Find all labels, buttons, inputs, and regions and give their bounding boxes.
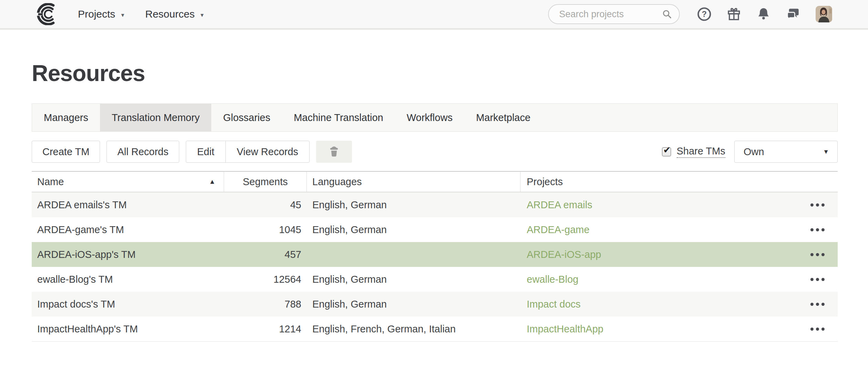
column-header-segments[interactable]: Segments <box>224 172 307 192</box>
column-header-name[interactable]: Name ▲ <box>32 172 224 192</box>
tabs: ManagersTranslation MemoryGlossariesMach… <box>32 103 838 132</box>
delete-button[interactable] <box>316 141 352 163</box>
project-link[interactable]: ewalle-Blog <box>527 274 578 285</box>
ellipsis-dot <box>816 303 819 306</box>
tm-projects-cell: ARDEA emails <box>521 199 838 211</box>
scope-select-value: Own <box>744 146 764 158</box>
create-tm-button[interactable]: Create TM <box>32 141 100 163</box>
project-link[interactable]: ARDEA emails <box>527 199 592 211</box>
table-row[interactable]: ewalle-Blog's TM 12564 English, German e… <box>32 267 838 292</box>
tab[interactable]: Marketplace <box>464 104 542 131</box>
nav-resources[interactable]: Resources ▼ <box>145 8 204 20</box>
column-label: Languages <box>312 176 362 188</box>
share-tms-label[interactable]: Share TMs <box>677 146 725 158</box>
ellipsis-dot <box>821 303 825 306</box>
nav-projects[interactable]: Projects ▼ <box>78 8 125 20</box>
table-row[interactable]: ImpactHealthApp's TM 1214 English, Frenc… <box>32 317 838 341</box>
row-menu-button[interactable] <box>809 274 826 284</box>
tm-name: ImpactHealthApp's TM <box>32 323 224 335</box>
toolbar: Create TM All Records Edit View Records … <box>32 141 838 163</box>
table-body: ARDEA emails's TM 45 English, German ARD… <box>32 192 838 342</box>
page-title: Resources <box>32 60 838 86</box>
tm-projects-cell: ARDEA-game <box>521 224 838 235</box>
tm-languages: English, German <box>307 274 521 285</box>
tab[interactable]: Glossaries <box>211 104 282 131</box>
check-icon: ✔ <box>663 146 671 154</box>
tm-segments: 1045 <box>224 224 307 235</box>
row-menu-button[interactable] <box>809 250 826 260</box>
column-label: Segments <box>243 176 288 188</box>
tm-projects-cell: ARDEA-iOS-app <box>521 249 838 260</box>
notifications-bell-icon[interactable] <box>756 7 771 21</box>
project-link[interactable]: ImpactHealthApp <box>527 323 603 335</box>
gift-icon[interactable] <box>727 7 741 21</box>
column-header-projects[interactable]: Projects <box>521 172 838 192</box>
share-tms-checkbox[interactable]: ✔ <box>662 147 671 157</box>
nav-projects-label: Projects <box>78 8 115 20</box>
nav-resources-label: Resources <box>145 8 194 20</box>
ellipsis-dot <box>821 203 825 207</box>
tm-name: Impact docs's TM <box>32 299 224 310</box>
help-icon[interactable]: ? <box>697 7 711 21</box>
row-menu-button[interactable] <box>809 299 826 309</box>
ellipsis-dot <box>816 278 819 281</box>
edit-button[interactable]: Edit <box>186 141 225 162</box>
column-label: Projects <box>527 176 563 188</box>
tm-name: ewalle-Blog's TM <box>32 274 224 285</box>
trash-icon <box>328 146 340 158</box>
table-row[interactable]: Impact docs's TM 788 English, German Imp… <box>32 292 838 317</box>
ellipsis-dot <box>816 203 819 207</box>
tm-segments: 457 <box>224 249 307 260</box>
chat-icon[interactable] <box>786 7 800 21</box>
column-header-languages[interactable]: Languages <box>307 172 521 192</box>
records-button-group: Edit View Records <box>186 141 310 163</box>
ellipsis-dot <box>821 328 825 331</box>
ellipsis-dot <box>816 228 819 231</box>
project-link[interactable]: Impact docs <box>527 299 581 310</box>
ellipsis-dot <box>810 303 814 306</box>
view-records-button[interactable]: View Records <box>225 141 309 162</box>
topbar: Projects ▼ Resources ▼ ? <box>0 0 868 30</box>
ellipsis-dot <box>810 253 814 256</box>
table-row[interactable]: ARDEA-game's TM 1045 English, German ARD… <box>32 217 838 242</box>
row-menu-button[interactable] <box>809 200 826 210</box>
row-menu-button[interactable] <box>809 225 826 235</box>
chevron-down-icon: ▼ <box>120 11 125 18</box>
tm-name: ARDEA emails's TM <box>32 199 224 211</box>
tm-projects-cell: ewalle-Blog <box>521 274 838 285</box>
ellipsis-dot <box>810 278 814 281</box>
ellipsis-dot <box>821 228 825 231</box>
table-row[interactable]: ARDEA-iOS-app's TM 457 ARDEA-iOS-app <box>32 242 838 267</box>
tab[interactable]: Translation Memory <box>100 104 211 131</box>
app-logo-icon[interactable] <box>36 3 58 25</box>
tm-segments: 788 <box>224 299 307 310</box>
tm-segments: 1214 <box>224 323 307 335</box>
tm-name: ARDEA-iOS-app's TM <box>32 249 224 260</box>
user-avatar[interactable] <box>816 6 832 22</box>
search-input[interactable] <box>548 4 680 24</box>
topbar-icons: ? <box>697 6 832 22</box>
row-menu-button[interactable] <box>809 324 826 334</box>
project-link[interactable]: ARDEA-iOS-app <box>527 249 601 260</box>
tm-languages: English, German <box>307 224 521 235</box>
tm-name: ARDEA-game's TM <box>32 224 224 235</box>
tab[interactable]: Machine Translation <box>282 104 395 131</box>
tab[interactable]: Workflows <box>395 104 464 131</box>
tm-languages: English, German <box>307 299 521 310</box>
ellipsis-dot <box>810 203 814 207</box>
tab[interactable]: Managers <box>32 104 100 131</box>
table-row[interactable]: ARDEA emails's TM 45 English, German ARD… <box>32 192 838 217</box>
page-content: Resources ManagersTranslation MemoryGlos… <box>32 60 838 342</box>
ellipsis-dot <box>816 328 819 331</box>
tm-languages: English, German <box>307 199 521 211</box>
tm-projects-cell: ImpactHealthApp <box>521 323 838 335</box>
ellipsis-dot <box>821 278 825 281</box>
ellipsis-dot <box>821 253 825 256</box>
tm-languages: English, French, German, Italian <box>307 323 521 335</box>
scope-select[interactable]: Own ▼ <box>734 141 838 163</box>
svg-text:?: ? <box>702 10 707 19</box>
project-link[interactable]: ARDEA-game <box>527 224 589 235</box>
all-records-button[interactable]: All Records <box>107 141 179 163</box>
search-icon[interactable] <box>662 9 672 19</box>
chevron-down-icon: ▼ <box>200 11 205 18</box>
